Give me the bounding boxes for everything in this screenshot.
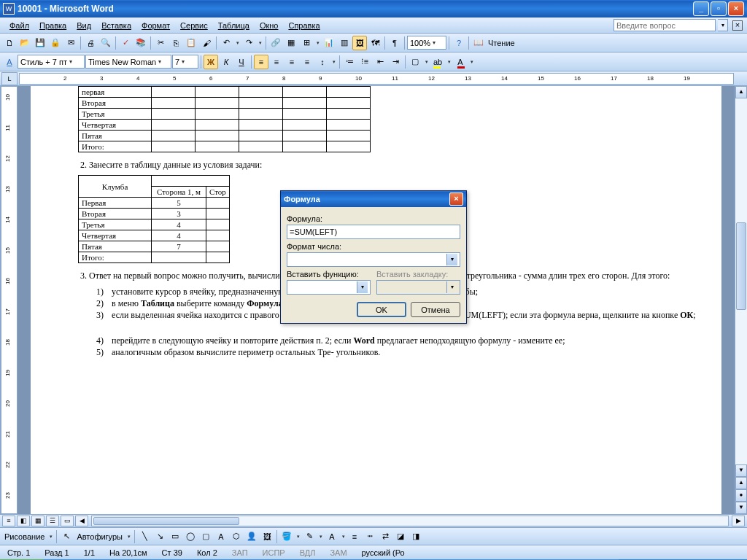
table-row[interactable]: Вторая3 [79, 209, 230, 219]
align-center-button[interactable]: ≡ [269, 55, 284, 69]
ok-button[interactable]: OK [357, 302, 406, 317]
hyperlink-icon[interactable]: 🔗 [268, 36, 283, 50]
font-color-button[interactable]: А [453, 55, 468, 69]
bulleted-list-button[interactable]: ⁝≡ [357, 55, 372, 69]
undo-icon[interactable]: ↶ [219, 36, 233, 50]
align-justify-button[interactable]: ≡ [300, 55, 314, 69]
menu-window[interactable]: Окно [255, 20, 284, 31]
preview-icon[interactable]: 🔍 [98, 36, 113, 50]
table-row[interactable]: Четвертая4 [79, 230, 230, 241]
align-left-button[interactable]: ≡ [254, 55, 268, 69]
table-row[interactable]: Пятая7 [79, 241, 230, 252]
new-doc-icon[interactable]: 🗋 [2, 36, 17, 50]
numfmt-combo[interactable]: ▾ [287, 252, 460, 267]
ask-dropdown[interactable]: ▾ [718, 19, 728, 31]
table-row[interactable]: первая [79, 87, 371, 98]
minimize-button[interactable]: _ [693, 1, 709, 16]
undo-dropdown[interactable]: ▾ [234, 40, 241, 46]
table-2[interactable]: КлумбаСторона 1, мСторПервая5Вторая3Трет… [78, 175, 230, 263]
vertical-scrollbar[interactable]: ▲ ▼ ▲ ● ▼ [735, 86, 747, 514]
menu-insert[interactable]: Вставка [96, 20, 136, 31]
menu-edit[interactable]: Правка [34, 20, 71, 31]
open-icon[interactable]: 📂 [18, 36, 32, 50]
arrow-style-icon[interactable]: ⇄ [378, 529, 392, 544]
dash-style-icon[interactable]: ┉ [363, 529, 377, 544]
maximize-button[interactable]: ▫ [711, 1, 727, 16]
prev-page-button[interactable]: ▲ [735, 477, 747, 489]
copy-icon[interactable]: ⎘ [169, 36, 183, 50]
read-icon[interactable]: 📖 [471, 36, 486, 50]
outline-view-button[interactable]: ☰ [46, 516, 59, 526]
decrease-indent-button[interactable]: ⇤ [373, 55, 387, 69]
redo-icon[interactable]: ↷ [241, 36, 256, 50]
close-button[interactable]: × [728, 1, 744, 16]
ask-question-input[interactable] [614, 19, 716, 31]
format-painter-icon[interactable]: 🖌 [199, 36, 214, 50]
line-color-icon[interactable]: ✎ [302, 529, 317, 544]
close-document-button[interactable]: × [732, 20, 743, 31]
select-objects-icon[interactable]: ↖ [59, 529, 74, 544]
cancel-button[interactable]: Отмена [411, 302, 460, 317]
tables-borders-icon[interactable]: ▦ [284, 36, 298, 50]
threed-icon[interactable]: ◨ [409, 529, 423, 544]
diagram-icon[interactable]: ⬡ [229, 529, 244, 544]
docmap-icon[interactable]: 🗺 [368, 36, 382, 50]
table-row[interactable]: Пятая [79, 131, 371, 141]
table-row[interactable]: Итого: [79, 252, 230, 263]
font-color-icon-draw[interactable]: А [325, 529, 339, 544]
align-right-button[interactable]: ≡ [285, 55, 299, 69]
scroll-thumb[interactable] [736, 222, 746, 310]
scroll-right-button[interactable]: ▶ [732, 516, 745, 526]
vertical-ruler[interactable]: 1011121314151617181920212223 [1, 87, 18, 513]
menu-tools[interactable]: Сервис [175, 20, 213, 31]
textbox-icon[interactable]: ▢ [198, 529, 213, 544]
shadow-icon[interactable]: ◪ [393, 529, 408, 544]
save-icon[interactable]: 💾 [33, 36, 47, 50]
line-icon[interactable]: ╲ [137, 529, 152, 544]
menu-help[interactable]: Справка [283, 20, 325, 31]
insfunc-combo[interactable]: ▾ [287, 280, 371, 295]
line-spacing-button[interactable]: ↕ [315, 55, 330, 69]
scroll-up-button[interactable]: ▲ [735, 86, 747, 98]
clipart-icon[interactable]: 👤 [244, 529, 259, 544]
styles-pane-icon[interactable]: А [2, 55, 17, 69]
menu-format[interactable]: Формат [136, 20, 175, 31]
research-icon[interactable]: 📚 [133, 36, 148, 50]
status-lang[interactable]: русский (Ро [359, 548, 408, 557]
horizontal-scroll-thumb[interactable] [93, 517, 239, 525]
permission-icon[interactable]: 🔒 [48, 36, 63, 50]
fill-color-icon[interactable]: 🪣 [279, 529, 294, 544]
formula-input[interactable] [287, 225, 460, 239]
dialog-close-button[interactable]: × [449, 192, 463, 206]
normal-view-button[interactable]: ≡ [2, 516, 15, 526]
horizontal-scroll-track[interactable] [91, 516, 729, 526]
oval-icon[interactable]: ◯ [183, 529, 198, 544]
table-row[interactable]: Четвертая [79, 120, 371, 131]
borders-button[interactable]: ▢ [408, 55, 422, 69]
help-icon[interactable]: ? [452, 36, 466, 50]
menu-file[interactable]: Файл [4, 20, 34, 31]
highlight-button[interactable]: ab [430, 55, 445, 69]
excel-icon[interactable]: 📊 [322, 36, 336, 50]
picture-icon[interactable]: 🖼 [260, 529, 274, 544]
menu-view[interactable]: Вид [71, 20, 96, 31]
table-row[interactable]: Третья4 [79, 219, 230, 230]
menu-table[interactable]: Таблица [213, 20, 255, 31]
next-page-button[interactable]: ▼ [735, 502, 747, 514]
scroll-down-button[interactable]: ▼ [735, 464, 747, 477]
status-rec[interactable]: ЗАП [229, 548, 251, 557]
status-ovr[interactable]: ЗАМ [327, 548, 349, 557]
font-combo[interactable]: Times New Roman▾ [85, 55, 171, 69]
table-row[interactable]: Итого: [79, 141, 371, 152]
italic-button[interactable]: К [219, 55, 233, 69]
show-marks-icon[interactable]: ¶ [387, 36, 402, 50]
autoshapes-button[interactable]: Автофигуры [74, 532, 125, 541]
table-row[interactable]: Третья [79, 109, 371, 120]
table-row[interactable]: Вторая [79, 98, 371, 109]
table-1[interactable]: перваяВтораяТретьяЧетвертаяПятаяИтого: [78, 86, 371, 152]
drawing-icon[interactable]: 🖼 [352, 36, 367, 50]
increase-indent-button[interactable]: ⇥ [388, 55, 403, 69]
horizontal-ruler[interactable]: 2345678910111213141516171819 [19, 73, 734, 85]
paste-icon[interactable]: 📋 [184, 36, 198, 50]
line-style-icon[interactable]: ≡ [347, 529, 362, 544]
